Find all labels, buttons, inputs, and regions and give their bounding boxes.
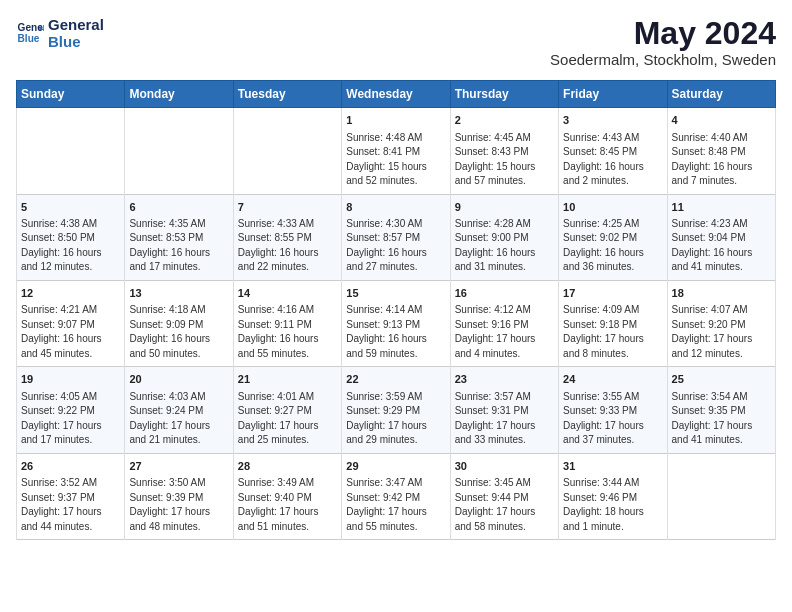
day-number: 24: [563, 372, 662, 387]
calendar-cell: 31Sunrise: 3:44 AMSunset: 9:46 PMDayligh…: [559, 453, 667, 539]
logo: General Blue General Blue: [16, 16, 104, 51]
day-info: Sunrise: 4:23 AMSunset: 9:04 PMDaylight:…: [672, 217, 771, 275]
day-info: Sunrise: 4:40 AMSunset: 8:48 PMDaylight:…: [672, 131, 771, 189]
day-number: 28: [238, 459, 337, 474]
calendar-cell: [233, 108, 341, 194]
calendar-cell: [125, 108, 233, 194]
day-number: 1: [346, 113, 445, 128]
weekday-header-cell: Monday: [125, 81, 233, 108]
calendar-cell: 8Sunrise: 4:30 AMSunset: 8:57 PMDaylight…: [342, 194, 450, 280]
day-number: 29: [346, 459, 445, 474]
day-number: 31: [563, 459, 662, 474]
day-info: Sunrise: 3:49 AMSunset: 9:40 PMDaylight:…: [238, 476, 337, 534]
calendar-cell: 15Sunrise: 4:14 AMSunset: 9:13 PMDayligh…: [342, 280, 450, 366]
day-number: 27: [129, 459, 228, 474]
calendar-cell: 23Sunrise: 3:57 AMSunset: 9:31 PMDayligh…: [450, 367, 558, 453]
day-info: Sunrise: 3:57 AMSunset: 9:31 PMDaylight:…: [455, 390, 554, 448]
day-info: Sunrise: 4:33 AMSunset: 8:55 PMDaylight:…: [238, 217, 337, 275]
day-number: 5: [21, 200, 120, 215]
day-number: 13: [129, 286, 228, 301]
calendar-week-row: 19Sunrise: 4:05 AMSunset: 9:22 PMDayligh…: [17, 367, 776, 453]
day-number: 14: [238, 286, 337, 301]
calendar-cell: 4Sunrise: 4:40 AMSunset: 8:48 PMDaylight…: [667, 108, 775, 194]
calendar-cell: 17Sunrise: 4:09 AMSunset: 9:18 PMDayligh…: [559, 280, 667, 366]
day-info: Sunrise: 3:44 AMSunset: 9:46 PMDaylight:…: [563, 476, 662, 534]
day-info: Sunrise: 3:54 AMSunset: 9:35 PMDaylight:…: [672, 390, 771, 448]
calendar-week-row: 1Sunrise: 4:48 AMSunset: 8:41 PMDaylight…: [17, 108, 776, 194]
calendar-cell: 14Sunrise: 4:16 AMSunset: 9:11 PMDayligh…: [233, 280, 341, 366]
weekday-header-cell: Wednesday: [342, 81, 450, 108]
day-info: Sunrise: 4:14 AMSunset: 9:13 PMDaylight:…: [346, 303, 445, 361]
day-info: Sunrise: 4:28 AMSunset: 9:00 PMDaylight:…: [455, 217, 554, 275]
calendar-cell: 3Sunrise: 4:43 AMSunset: 8:45 PMDaylight…: [559, 108, 667, 194]
page-header: General Blue General Blue May 2024 Soede…: [16, 16, 776, 68]
calendar-cell: [17, 108, 125, 194]
weekday-header-row: SundayMondayTuesdayWednesdayThursdayFrid…: [17, 81, 776, 108]
calendar-cell: 1Sunrise: 4:48 AMSunset: 8:41 PMDaylight…: [342, 108, 450, 194]
day-number: 20: [129, 372, 228, 387]
calendar-cell: 7Sunrise: 4:33 AMSunset: 8:55 PMDaylight…: [233, 194, 341, 280]
calendar-cell: [667, 453, 775, 539]
calendar-table: SundayMondayTuesdayWednesdayThursdayFrid…: [16, 80, 776, 540]
day-info: Sunrise: 3:59 AMSunset: 9:29 PMDaylight:…: [346, 390, 445, 448]
day-number: 22: [346, 372, 445, 387]
svg-text:Blue: Blue: [18, 34, 40, 45]
day-number: 3: [563, 113, 662, 128]
day-info: Sunrise: 4:05 AMSunset: 9:22 PMDaylight:…: [21, 390, 120, 448]
calendar-cell: 18Sunrise: 4:07 AMSunset: 9:20 PMDayligh…: [667, 280, 775, 366]
day-info: Sunrise: 4:45 AMSunset: 8:43 PMDaylight:…: [455, 131, 554, 189]
day-number: 25: [672, 372, 771, 387]
day-info: Sunrise: 3:50 AMSunset: 9:39 PMDaylight:…: [129, 476, 228, 534]
logo-line2: Blue: [48, 33, 104, 50]
weekday-header-cell: Friday: [559, 81, 667, 108]
calendar-cell: 11Sunrise: 4:23 AMSunset: 9:04 PMDayligh…: [667, 194, 775, 280]
calendar-cell: 28Sunrise: 3:49 AMSunset: 9:40 PMDayligh…: [233, 453, 341, 539]
day-info: Sunrise: 4:21 AMSunset: 9:07 PMDaylight:…: [21, 303, 120, 361]
day-number: 21: [238, 372, 337, 387]
weekday-header-cell: Tuesday: [233, 81, 341, 108]
day-info: Sunrise: 4:12 AMSunset: 9:16 PMDaylight:…: [455, 303, 554, 361]
day-info: Sunrise: 3:55 AMSunset: 9:33 PMDaylight:…: [563, 390, 662, 448]
calendar-cell: 5Sunrise: 4:38 AMSunset: 8:50 PMDaylight…: [17, 194, 125, 280]
day-number: 18: [672, 286, 771, 301]
day-number: 7: [238, 200, 337, 215]
day-number: 9: [455, 200, 554, 215]
calendar-cell: 22Sunrise: 3:59 AMSunset: 9:29 PMDayligh…: [342, 367, 450, 453]
day-number: 2: [455, 113, 554, 128]
day-info: Sunrise: 4:07 AMSunset: 9:20 PMDaylight:…: [672, 303, 771, 361]
day-number: 12: [21, 286, 120, 301]
calendar-cell: 13Sunrise: 4:18 AMSunset: 9:09 PMDayligh…: [125, 280, 233, 366]
day-number: 19: [21, 372, 120, 387]
day-info: Sunrise: 4:03 AMSunset: 9:24 PMDaylight:…: [129, 390, 228, 448]
title-block: May 2024 Soedermalm, Stockholm, Sweden: [550, 16, 776, 68]
day-info: Sunrise: 4:01 AMSunset: 9:27 PMDaylight:…: [238, 390, 337, 448]
calendar-cell: 9Sunrise: 4:28 AMSunset: 9:00 PMDaylight…: [450, 194, 558, 280]
day-number: 30: [455, 459, 554, 474]
calendar-cell: 10Sunrise: 4:25 AMSunset: 9:02 PMDayligh…: [559, 194, 667, 280]
calendar-cell: 29Sunrise: 3:47 AMSunset: 9:42 PMDayligh…: [342, 453, 450, 539]
day-info: Sunrise: 4:30 AMSunset: 8:57 PMDaylight:…: [346, 217, 445, 275]
day-number: 26: [21, 459, 120, 474]
day-info: Sunrise: 4:16 AMSunset: 9:11 PMDaylight:…: [238, 303, 337, 361]
calendar-cell: 24Sunrise: 3:55 AMSunset: 9:33 PMDayligh…: [559, 367, 667, 453]
calendar-week-row: 26Sunrise: 3:52 AMSunset: 9:37 PMDayligh…: [17, 453, 776, 539]
location: Soedermalm, Stockholm, Sweden: [550, 51, 776, 68]
day-info: Sunrise: 4:35 AMSunset: 8:53 PMDaylight:…: [129, 217, 228, 275]
day-info: Sunrise: 4:09 AMSunset: 9:18 PMDaylight:…: [563, 303, 662, 361]
day-info: Sunrise: 4:48 AMSunset: 8:41 PMDaylight:…: [346, 131, 445, 189]
month-year: May 2024: [550, 16, 776, 51]
day-info: Sunrise: 3:52 AMSunset: 9:37 PMDaylight:…: [21, 476, 120, 534]
calendar-cell: 21Sunrise: 4:01 AMSunset: 9:27 PMDayligh…: [233, 367, 341, 453]
calendar-cell: 27Sunrise: 3:50 AMSunset: 9:39 PMDayligh…: [125, 453, 233, 539]
day-info: Sunrise: 4:25 AMSunset: 9:02 PMDaylight:…: [563, 217, 662, 275]
day-info: Sunrise: 3:47 AMSunset: 9:42 PMDaylight:…: [346, 476, 445, 534]
calendar-body: 1Sunrise: 4:48 AMSunset: 8:41 PMDaylight…: [17, 108, 776, 540]
day-info: Sunrise: 4:38 AMSunset: 8:50 PMDaylight:…: [21, 217, 120, 275]
day-number: 10: [563, 200, 662, 215]
day-number: 17: [563, 286, 662, 301]
day-number: 11: [672, 200, 771, 215]
logo-icon: General Blue: [16, 19, 44, 47]
calendar-cell: 30Sunrise: 3:45 AMSunset: 9:44 PMDayligh…: [450, 453, 558, 539]
logo-line1: General: [48, 16, 104, 33]
day-info: Sunrise: 4:18 AMSunset: 9:09 PMDaylight:…: [129, 303, 228, 361]
